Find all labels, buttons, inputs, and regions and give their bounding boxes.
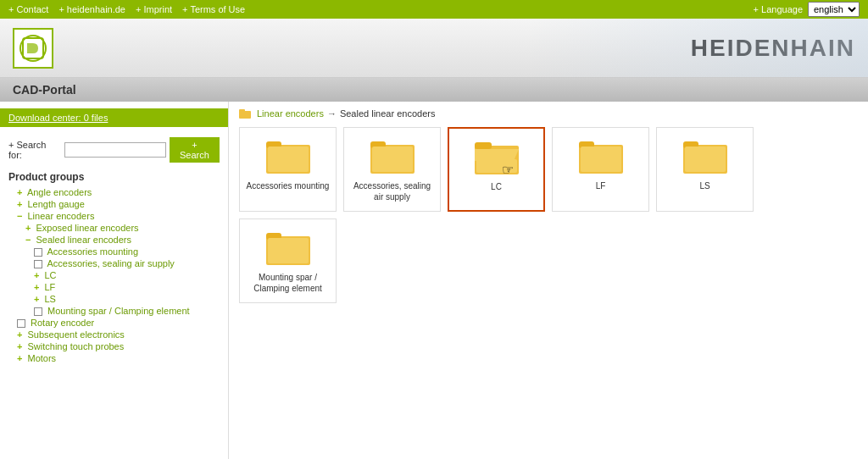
top-nav-left: + Contact + heidenhain.de + Imprint + Te… (8, 4, 245, 14)
folder-lf[interactable]: LF (552, 127, 649, 212)
breadcrumb-folder-icon (239, 109, 251, 119)
rotary-encoder-link[interactable]: Rotary encoder (31, 318, 94, 328)
sidebar-item-rotary-encoder[interactable]: Rotary encoder (0, 317, 228, 329)
sidebar-item-lf[interactable]: + LF (0, 281, 228, 293)
folder-mounting-spar[interactable]: Mounting spar / Clamping element (239, 218, 337, 303)
folder-icon: ☞ (475, 137, 519, 174)
sidebar-item-length-gauge[interactable]: + Length gauge (0, 198, 228, 210)
search-input[interactable] (64, 142, 166, 158)
checkbox-icon (34, 260, 42, 268)
checkbox-icon (34, 307, 42, 316)
sidebar-item-angle-encoders[interactable]: + Angle encoders (0, 186, 228, 198)
checkbox-icon (34, 248, 42, 257)
folder-icon (370, 136, 415, 174)
sidebar-item-sealed-linear[interactable]: − Sealed linear encoders (0, 234, 228, 246)
sidebar-item-exposed-linear[interactable]: + Exposed linear encoders (0, 222, 228, 234)
sub-header: CAD-Portal (0, 78, 868, 102)
download-center[interactable]: Download center: 0 files (0, 108, 228, 127)
product-groups-title: Product groups (0, 169, 228, 186)
ls-link[interactable]: LS (45, 294, 56, 304)
download-center-link[interactable]: Download center: 0 files (8, 113, 108, 123)
search-row: + Search for: + Search (0, 134, 228, 169)
sidebar-item-ls[interactable]: + LS (0, 293, 228, 305)
plus-icon: + (17, 329, 22, 340)
sealed-linear-link[interactable]: Sealed linear encoders (36, 235, 132, 245)
folder-label: LS (699, 180, 709, 191)
folder-icon (266, 136, 310, 174)
sidebar-item-subsequent-electronics[interactable]: + Subsequent electronics (0, 329, 228, 340)
motors-link[interactable]: Motors (28, 353, 57, 363)
length-gauge-link[interactable]: Length gauge (28, 199, 85, 209)
mounting-spar-link[interactable]: Mounting spar / Clamping element (47, 306, 190, 316)
folder-icon (266, 228, 310, 265)
folder-ls[interactable]: LS (656, 127, 754, 212)
plus-icon: + (17, 187, 22, 197)
search-label: + Search for: (8, 140, 61, 160)
plus-icon: + (17, 199, 22, 209)
linear-encoders-link[interactable]: Linear encoders (28, 211, 95, 221)
contact-link[interactable]: + Contact (8, 4, 48, 14)
svg-rect-19 (268, 238, 309, 263)
sidebar-item-accessories-mounting[interactable]: Accessories mounting (0, 246, 228, 257)
main-layout: Download center: 0 files + Search for: +… (0, 102, 868, 459)
minus-icon: − (17, 211, 22, 221)
folder-label: LC (491, 181, 502, 192)
breadcrumb: Linear encoders → Sealed linear encoders (239, 108, 858, 119)
folder-accessories-mounting[interactable]: Accessories mounting (239, 127, 337, 212)
folder-label: Mounting spar / Clamping element (244, 272, 331, 294)
logo (13, 28, 53, 69)
imprint-link[interactable]: + Imprint (136, 4, 172, 14)
accessories-mounting-link[interactable]: Accessories mounting (47, 246, 138, 257)
language-label: + Language (754, 4, 803, 14)
plus-icon: + (34, 294, 39, 304)
folder-grid-row2: Mounting spar / Clamping element (239, 218, 858, 303)
svg-rect-13 (581, 147, 621, 172)
lf-link[interactable]: LF (45, 282, 56, 292)
folder-label: LF (596, 180, 606, 191)
folder-grid: Accessories mounting Accessories, sealin… (239, 127, 858, 212)
plus-icon: + (17, 353, 22, 363)
sidebar-item-accessories-sealing[interactable]: Accessories, sealing air supply (0, 257, 228, 269)
folder-lc[interactable]: ☞ LC (448, 127, 545, 212)
angle-encoders-link[interactable]: Angle encoders (27, 187, 92, 197)
folder-label: Accessories, sealing air supply (348, 180, 436, 202)
search-button[interactable]: + Search (170, 137, 220, 163)
breadcrumb-current: Sealed linear encoders (340, 108, 436, 119)
subsequent-electronics-link[interactable]: Subsequent electronics (28, 329, 125, 340)
heidenhain-de-link[interactable]: + heidenhain.de (58, 4, 125, 14)
page-title: CAD-Portal (13, 83, 76, 97)
logo-inner (19, 35, 47, 62)
content-area: Linear encoders → Sealed linear encoders… (229, 102, 868, 459)
language-select[interactable]: english (808, 2, 860, 17)
sidebar-item-mounting-spar[interactable]: Mounting spar / Clamping element (0, 305, 228, 317)
sidebar-item-lc[interactable]: + LC (0, 269, 228, 281)
folder-icon (683, 136, 727, 174)
svg-rect-9 (475, 142, 492, 149)
plus-icon: + (17, 341, 22, 351)
breadcrumb-arrow: → (327, 108, 337, 119)
plus-icon: + (25, 223, 31, 233)
exposed-linear-link[interactable]: Exposed linear encoders (36, 223, 139, 233)
folder-icon (579, 136, 623, 174)
top-nav-right: + Language english (754, 2, 860, 17)
sidebar: Download center: 0 files + Search for: +… (0, 102, 229, 459)
sidebar-item-switching-touch-probes[interactable]: + Switching touch probes (0, 340, 228, 352)
plus-icon: + (34, 270, 39, 280)
sidebar-item-motors[interactable]: + Motors (0, 352, 228, 364)
svg-rect-16 (685, 147, 726, 172)
header-decoration (529, 19, 868, 78)
lc-link[interactable]: LC (45, 270, 57, 280)
folder-label: Accessories mounting (247, 180, 330, 191)
folder-accessories-sealing[interactable]: Accessories, sealing air supply (343, 127, 441, 212)
header: HEIDENHAIN (0, 19, 868, 78)
terms-link[interactable]: + Terms of Use (182, 4, 245, 14)
cursor-hand-icon: ☞ (502, 162, 514, 178)
accessories-sealing-link[interactable]: Accessories, sealing air supply (47, 258, 174, 268)
plus-icon: + (34, 282, 39, 292)
svg-rect-7 (372, 147, 413, 172)
minus-icon: − (25, 235, 31, 245)
switching-touch-probes-link[interactable]: Switching touch probes (28, 341, 125, 351)
breadcrumb-linear-encoders[interactable]: Linear encoders (257, 108, 324, 119)
checkbox-icon (17, 319, 25, 328)
sidebar-item-linear-encoders[interactable]: − Linear encoders (0, 210, 228, 222)
